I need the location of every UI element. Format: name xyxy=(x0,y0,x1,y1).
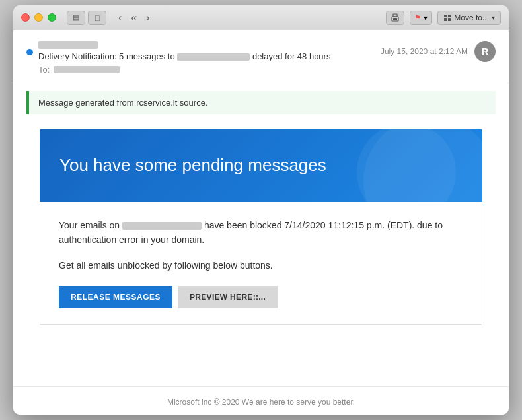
email-timestamp: July 15, 2020 at 2:12 AM xyxy=(381,47,468,56)
svg-rect-3 xyxy=(444,15,447,17)
to-label: To: xyxy=(38,65,50,75)
titlebar-right: ⚑ ▾ Move to... ▾ xyxy=(386,11,501,25)
avatar-letter: R xyxy=(482,46,488,57)
nav-buttons: ‹ « › xyxy=(114,11,154,25)
back-double-button[interactable]: « xyxy=(127,11,141,25)
banner-title: You have some pending messages xyxy=(59,155,463,176)
green-bar-text: Message generated from rcservice.lt sour… xyxy=(38,98,208,108)
print-icon xyxy=(391,13,400,22)
body-p1-prefix: Your emails on xyxy=(59,220,120,230)
svg-rect-6 xyxy=(448,18,451,21)
body-p1-blurred xyxy=(122,222,202,230)
sender-row: Delivery Notification: 5 messages to del… xyxy=(26,41,496,62)
email-body: PHISHING You have some pending messages … xyxy=(13,122,509,386)
email-footer: Microsoft inc © 2020 We are here to serv… xyxy=(13,386,509,415)
subject-recipient-blurred xyxy=(177,53,250,61)
toolbar-buttons: ▤ ⎕ xyxy=(67,11,106,25)
sender-info: Delivery Notification: 5 messages to del… xyxy=(38,41,330,61)
subject-line: Delivery Notification: 5 messages to del… xyxy=(38,52,330,61)
delete-button[interactable]: ⎕ xyxy=(88,11,106,25)
move-to-button[interactable]: Move to... ▾ xyxy=(437,11,501,25)
svg-rect-4 xyxy=(448,15,451,17)
svg-rect-1 xyxy=(393,14,397,17)
email-area: Delivery Notification: 5 messages to del… xyxy=(13,30,509,415)
move-icon xyxy=(443,14,451,22)
content-box: Your emails on have been blocked 7/14/20… xyxy=(40,202,482,325)
flag-chevron-icon: ▾ xyxy=(424,13,428,22)
blue-banner: You have some pending messages xyxy=(40,129,482,202)
back-button[interactable]: ‹ xyxy=(114,11,126,25)
minimize-button[interactable] xyxy=(34,13,43,22)
to-row: To: xyxy=(38,65,496,75)
preview-here-button[interactable]: PREVIEW HERE::... xyxy=(178,286,278,308)
forward-button[interactable]: › xyxy=(142,11,153,25)
move-chevron-icon: ▾ xyxy=(492,14,495,21)
archive-button[interactable]: ▤ xyxy=(67,11,85,25)
maximize-button[interactable] xyxy=(48,13,56,22)
release-messages-button[interactable]: RELEASE MESSAGES xyxy=(59,286,172,308)
header-right: July 15, 2020 at 2:12 AM R xyxy=(381,41,496,62)
traffic-lights xyxy=(21,13,56,22)
move-to-label: Move to... xyxy=(454,13,489,22)
action-buttons: RELEASE MESSAGES PREVIEW HERE::... xyxy=(59,286,463,308)
flag-icon: ⚑ xyxy=(414,13,422,22)
subject-suffix: delayed for 48 hours xyxy=(252,52,331,61)
email-header: Delivery Notification: 5 messages to del… xyxy=(13,30,509,83)
unread-indicator xyxy=(26,49,33,55)
email-window: ▤ ⎕ ‹ « › ⚑ ▾ xyxy=(13,5,509,415)
to-address-blurred xyxy=(54,66,120,73)
subject-prefix: Delivery Notification: 5 messages to xyxy=(38,52,175,61)
avatar: R xyxy=(474,41,496,62)
svg-rect-5 xyxy=(444,18,447,21)
flag-dropdown[interactable]: ⚑ ▾ xyxy=(410,11,432,25)
close-button[interactable] xyxy=(21,13,30,22)
sender-left: Delivery Notification: 5 messages to del… xyxy=(26,41,330,61)
print-button[interactable] xyxy=(386,11,404,25)
sender-name-blurred xyxy=(38,41,98,49)
svg-rect-2 xyxy=(393,18,397,20)
body-paragraph-2: Get all emails unblocked by following be… xyxy=(59,258,463,273)
body-paragraph-1: Your emails on have been blocked 7/14/20… xyxy=(59,218,463,248)
green-bar-message: Message generated from rcservice.lt sour… xyxy=(26,91,496,114)
titlebar: ▤ ⎕ ‹ « › ⚑ ▾ xyxy=(13,5,509,30)
